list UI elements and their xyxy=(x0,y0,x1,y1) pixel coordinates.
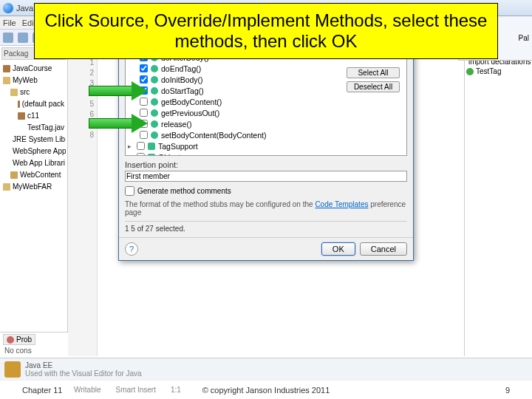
tree-class-row[interactable]: ▸Object xyxy=(128,151,404,156)
cancel-button[interactable]: Cancel xyxy=(360,242,407,256)
insertion-point-select[interactable] xyxy=(125,171,407,182)
folder-icon xyxy=(3,183,10,191)
tree-item[interactable]: TestTag.jav xyxy=(24,122,66,134)
callout-arrow xyxy=(89,115,151,132)
package-icon xyxy=(3,65,10,72)
status-pos: 1:1 xyxy=(171,386,181,394)
tree-item[interactable]: src xyxy=(9,86,66,98)
tree-item[interactable]: JavaCourse xyxy=(1,63,66,75)
tree-item[interactable]: c11 xyxy=(16,110,66,122)
outline-view: c11 import declarations TestTag xyxy=(464,46,532,356)
outline-item[interactable]: TestTag xyxy=(466,66,531,76)
tree-item[interactable]: MyWebFAR xyxy=(1,181,66,193)
package-icon xyxy=(18,112,25,120)
class-checkbox[interactable] xyxy=(137,142,145,150)
status-insert: Smart Insert xyxy=(116,386,156,394)
code-templates-link[interactable]: Code Templates xyxy=(315,200,368,208)
folder-icon xyxy=(3,77,10,84)
insertion-label: Insertion point: xyxy=(125,160,407,169)
expand-icon[interactable]: ▸ xyxy=(128,143,134,150)
problems-message: No cons xyxy=(3,345,65,356)
method-icon xyxy=(151,65,158,72)
copyright: © copyright Janson Industries 2011 xyxy=(202,386,330,395)
problems-icon xyxy=(7,336,14,344)
method-icon xyxy=(151,120,158,128)
tree-item[interactable]: WebSphere Appl xyxy=(9,146,66,157)
tree-item[interactable]: WebContent xyxy=(9,169,66,181)
select-all-button[interactable]: Select All xyxy=(347,67,400,78)
ok-button[interactable]: OK xyxy=(321,242,355,256)
line-number: 8 xyxy=(68,130,97,140)
instruction-banner: Click Source, Override/Implement Methods… xyxy=(34,3,498,59)
problems-view: Prob No cons xyxy=(0,332,68,358)
tree-method-row[interactable]: getPreviousOut() xyxy=(128,107,404,118)
toolbar-icon[interactable] xyxy=(18,33,28,43)
menu-file[interactable]: File xyxy=(3,18,16,27)
plugin-title: Java EE xyxy=(25,361,142,369)
generate-comments-label: Generate method comments xyxy=(137,187,231,195)
class-checkbox[interactable] xyxy=(137,153,145,156)
generate-comments-checkbox[interactable] xyxy=(125,186,134,196)
line-number: 2 xyxy=(68,68,97,78)
method-checkbox[interactable] xyxy=(140,64,148,72)
tree-method-row[interactable]: getBodyContent() xyxy=(128,96,404,107)
help-button[interactable]: ? xyxy=(125,242,138,256)
method-icon xyxy=(151,132,158,139)
plugin-desc: Used with the Visual Editor for Java xyxy=(25,369,142,378)
page-number: 9 xyxy=(505,386,510,395)
method-icon xyxy=(151,76,158,83)
chapter-label: Chapter 11 xyxy=(22,386,62,395)
package-explorer: Packag JavaCourse MyWeb src (default pac… xyxy=(0,46,68,356)
class-icon xyxy=(148,154,155,157)
package-icon xyxy=(18,100,20,108)
folder-icon xyxy=(10,89,18,96)
plugin-icon xyxy=(4,361,21,378)
tree-item[interactable]: (default pack xyxy=(16,98,66,110)
tree-method-row[interactable]: release() xyxy=(128,118,404,129)
toolbar-icon[interactable] xyxy=(3,33,13,43)
callout-arrow xyxy=(89,83,151,99)
tree-method-row[interactable]: setBodyContent(BodyContent) xyxy=(128,129,404,140)
method-icon xyxy=(151,98,158,106)
tree-class-row[interactable]: ▸TagSupport xyxy=(128,140,404,151)
class-icon xyxy=(148,143,155,150)
slide-footer: Chapter 11 Writable Smart Insert 1:1 © c… xyxy=(0,380,532,399)
method-icon xyxy=(151,87,158,95)
status-writable: Writable xyxy=(74,386,101,394)
tree-item[interactable]: Web App Librari xyxy=(9,157,66,169)
tree-item[interactable]: JRE System Libra xyxy=(9,134,66,146)
class-icon xyxy=(466,68,474,75)
line-number: 5 xyxy=(68,99,97,109)
deselect-all-button[interactable]: Deselect All xyxy=(347,81,400,92)
expand-icon[interactable]: ▸ xyxy=(128,154,134,157)
toolbar-pal[interactable]: Pal xyxy=(519,34,529,42)
tree-item[interactable]: MyWeb xyxy=(1,75,66,86)
method-icon xyxy=(151,109,158,117)
status-addon-row: Java EE Used with the Visual Editor for … xyxy=(0,358,532,380)
problems-tab[interactable]: Prob xyxy=(3,334,35,345)
window-title: Java xyxy=(16,4,33,13)
folder-icon xyxy=(10,171,18,179)
stub-message: The format of the method stubs may be co… xyxy=(125,200,407,216)
line-number: 1 xyxy=(68,58,97,68)
app-icon xyxy=(3,3,13,13)
selection-count: 1 5 of 27 selected. xyxy=(125,221,407,233)
